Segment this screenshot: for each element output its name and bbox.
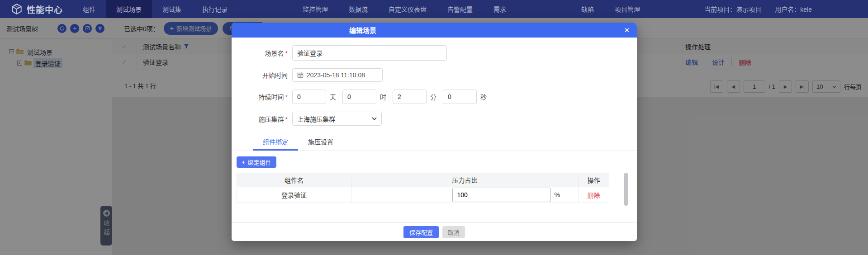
current-project-label[interactable]: 当前项目：演示项目 <box>704 5 761 14</box>
nav-menu: 组件 测试场景 测试集 执行记录 监控管理 数据流 自定义仪表盘 告警配置 需求… <box>72 0 650 18</box>
scene-name-input[interactable] <box>292 45 447 61</box>
component-table-header: 组件名 压力占比 操作 <box>237 173 609 187</box>
edit-scenario-modal: 编辑场景 ✕ 场景名* 开始时间 2023-05-18 11:10:08 持续时… <box>232 23 637 241</box>
top-nav: 性能中心 组件 测试场景 测试集 执行记录 监控管理 数据流 自定义仪表盘 告警… <box>0 0 868 18</box>
hours-unit-label: 时 <box>380 92 386 101</box>
scene-name-label: 场景名* <box>232 48 288 57</box>
nav-user-area: 当前项目：演示项目 用户名：kele <box>704 0 812 18</box>
scene-name-row: 场景名* <box>232 45 637 61</box>
app-title: 性能中心 <box>27 3 63 15</box>
save-config-button[interactable]: 保存配置 <box>403 226 439 238</box>
nav-item-components[interactable]: 组件 <box>72 0 106 18</box>
start-time-row: 开始时间 2023-05-18 11:10:08 <box>232 68 637 82</box>
nav-item-execution-records[interactable]: 执行记录 <box>192 0 238 18</box>
duration-minutes-input[interactable] <box>393 90 427 104</box>
nav-item-test-scenarios[interactable]: 测试场景 <box>106 0 152 18</box>
component-action-cell: 删除 <box>578 187 609 203</box>
username-label[interactable]: 用户名：kele <box>775 5 812 14</box>
percent-label: % <box>555 191 560 198</box>
nav-item-requirements[interactable]: 需求 <box>483 0 517 18</box>
pressure-ratio-cell: % <box>351 187 578 203</box>
component-table-row: 登录验证 % 删除 <box>237 187 609 203</box>
duration-hours-input[interactable] <box>342 90 376 104</box>
modal-scrollbar-thumb[interactable] <box>624 173 628 206</box>
nav-item-project-management[interactable]: 项目管理 <box>604 0 650 18</box>
pressure-ratio-input[interactable] <box>452 188 551 202</box>
tab-component-binding[interactable]: 组件绑定 <box>253 135 298 151</box>
close-icon[interactable]: ✕ <box>624 23 630 38</box>
component-name-header: 组件名 <box>237 173 351 187</box>
cluster-label: 施压集群* <box>232 114 288 123</box>
start-time-value: 2023-05-18 11:10:08 <box>307 71 365 79</box>
required-mark: * <box>285 94 288 101</box>
operation-header: 操作 <box>578 173 609 187</box>
nav-item-monitoring[interactable]: 监控管理 <box>292 0 338 18</box>
minutes-unit-label: 分 <box>430 92 436 101</box>
duration-label: 持续时间* <box>232 92 288 101</box>
delete-component-link[interactable]: 删除 <box>588 190 600 199</box>
bind-component-label: 绑定组件 <box>248 158 271 166</box>
required-mark: * <box>285 50 288 57</box>
modal-title: 编辑场景 <box>336 23 390 38</box>
bind-component-button[interactable]: + 绑定组件 <box>237 156 276 168</box>
nav-item-defects[interactable]: 缺陷 <box>571 0 604 18</box>
plus-icon: + <box>242 159 245 165</box>
duration-days-input[interactable] <box>292 90 326 104</box>
cancel-button[interactable]: 取消 <box>442 226 465 238</box>
cluster-value: 上海施压集群 <box>297 114 335 123</box>
modal-header: 编辑场景 ✕ <box>232 23 637 38</box>
cube-logo-icon <box>11 3 23 15</box>
cluster-row: 施压集群* 上海施压集群 <box>232 112 637 126</box>
calendar-icon <box>297 72 304 78</box>
seconds-unit-label: 秒 <box>480 92 487 101</box>
chevron-down-icon <box>372 117 377 120</box>
component-table: 组件名 压力占比 操作 登录验证 % 删除 <box>237 173 609 203</box>
modal-tabs: 组件绑定 施压设置 <box>232 135 637 151</box>
modal-footer: 保存配置 取消 <box>232 222 637 241</box>
start-time-picker[interactable]: 2023-05-18 11:10:08 <box>292 68 383 82</box>
duration-row: 持续时间* 天 时 分 秒 <box>232 90 637 104</box>
nav-item-test-sets[interactable]: 测试集 <box>152 0 192 18</box>
component-binding-panel: + 绑定组件 组件名 压力占比 操作 登录验证 % 删除 <box>232 151 637 203</box>
nav-item-data-flow[interactable]: 数据流 <box>338 0 378 18</box>
nav-item-alert-config[interactable]: 告警配置 <box>437 0 483 18</box>
nav-item-custom-dashboard[interactable]: 自定义仪表盘 <box>378 0 437 18</box>
tab-load-settings[interactable]: 施压设置 <box>298 135 343 151</box>
duration-seconds-input[interactable] <box>443 90 477 104</box>
required-mark: * <box>285 116 288 123</box>
pressure-ratio-header: 压力占比 <box>351 173 578 187</box>
component-name-cell: 登录验证 <box>237 187 351 203</box>
start-time-label: 开始时间 <box>232 71 288 80</box>
app-logo[interactable]: 性能中心 <box>0 3 68 15</box>
cluster-select[interactable]: 上海施压集群 <box>292 112 382 126</box>
days-unit-label: 天 <box>330 92 336 101</box>
